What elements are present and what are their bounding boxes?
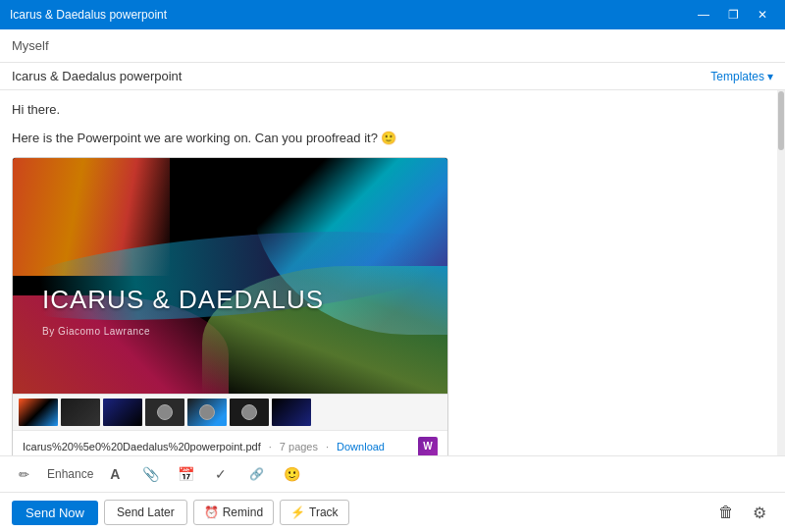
pencil-icon: ✏ bbox=[19, 467, 29, 482]
calendar-icon: 📅 bbox=[178, 466, 194, 482]
emoji-button[interactable]: 🙂 bbox=[278, 460, 305, 488]
thumbnail-strip bbox=[13, 394, 447, 430]
scrollbar[interactable] bbox=[777, 90, 785, 455]
trash-icon: 🗑 bbox=[718, 504, 734, 521]
title-bar-controls: — ❐ ✕ bbox=[691, 5, 775, 25]
thumbnail-6 bbox=[230, 399, 269, 426]
calendar-button[interactable]: 📅 bbox=[172, 460, 199, 488]
send-now-button[interactable]: Send Now bbox=[12, 501, 98, 525]
thumbnail-5 bbox=[187, 399, 227, 426]
compose-window: Myself Icarus & Daedalus powerpoint Temp… bbox=[0, 29, 785, 532]
attachment-card: ICARUS & DAEDALUS By Giacomo Lawrance bbox=[12, 157, 448, 455]
check-button[interactable]: ✓ bbox=[207, 460, 235, 488]
subject-text: Icarus & Daedalus powerpoint bbox=[12, 69, 182, 83]
subject-row: Icarus & Daedalus powerpoint Templates ▾ bbox=[0, 63, 785, 90]
smiley-icon: 🙂 bbox=[284, 466, 300, 482]
slide-subtitle: By Giacomo Lawrance bbox=[42, 326, 150, 337]
to-field-row: Myself bbox=[0, 29, 785, 63]
file-actions: W bbox=[418, 437, 438, 455]
track-label: Track bbox=[309, 505, 339, 519]
slide-title: ICARUS & DAEDALUS bbox=[42, 285, 418, 315]
enhance-label: Enhance bbox=[47, 467, 93, 481]
body-area[interactable]: Hi there. Here is the Powerpoint we are … bbox=[0, 90, 785, 455]
track-button[interactable]: ⚡ Track bbox=[280, 500, 349, 525]
thumbnail-7 bbox=[272, 399, 311, 426]
scrollbar-thumb[interactable] bbox=[778, 91, 784, 150]
file-name-text: Icarus%20%5e0%20Daedalus%20powerpoint.pd… bbox=[23, 441, 261, 452]
send-later-button[interactable]: Send Later bbox=[104, 500, 187, 525]
person-image-3 bbox=[241, 404, 257, 420]
person-image bbox=[157, 404, 173, 420]
lightning-icon: ⚡ bbox=[290, 505, 305, 519]
enhance-button[interactable]: ✏ bbox=[10, 460, 37, 488]
settings-button[interactable]: ⚙ bbox=[746, 499, 773, 526]
remind-label: Remind bbox=[223, 505, 263, 519]
brand-logo: W bbox=[418, 437, 438, 455]
window-title: Icarus & Daedalus powerpoint bbox=[10, 8, 167, 22]
to-field-value: Myself bbox=[12, 38, 49, 53]
file-name-area: Icarus%20%5e0%20Daedalus%20powerpoint.pd… bbox=[23, 441, 385, 452]
thumbnail-3 bbox=[103, 399, 142, 426]
minimize-button[interactable]: — bbox=[691, 5, 716, 25]
link-icon: 🔗 bbox=[249, 467, 264, 481]
delete-button[interactable]: 🗑 bbox=[712, 499, 740, 526]
templates-button[interactable]: Templates ▾ bbox=[710, 70, 773, 83]
compose-toolbar: ✏ Enhance A 📎 📅 ✓ 🔗 🙂 bbox=[0, 455, 785, 492]
download-link[interactable]: Download bbox=[337, 441, 385, 452]
page-count: 7 pages bbox=[280, 441, 318, 452]
file-info: Icarus%20%5e0%20Daedalus%20powerpoint.pd… bbox=[13, 430, 447, 455]
title-bar: Icarus & Daedalus powerpoint — ❐ ✕ bbox=[0, 0, 785, 29]
thumbnail-4 bbox=[145, 399, 184, 426]
remind-button[interactable]: ⏰ Remind bbox=[193, 500, 274, 525]
attach-button[interactable]: 📎 bbox=[136, 460, 164, 488]
maximize-button[interactable]: ❐ bbox=[720, 5, 746, 25]
person-image-2 bbox=[199, 404, 215, 420]
font-button[interactable]: A bbox=[101, 460, 129, 488]
slide-preview: ICARUS & DAEDALUS By Giacomo Lawrance bbox=[13, 158, 447, 394]
thumbnail-1 bbox=[19, 399, 58, 426]
paperclip-icon: 📎 bbox=[142, 466, 159, 482]
close-button[interactable]: ✕ bbox=[750, 5, 775, 25]
check-icon: ✓ bbox=[215, 466, 227, 482]
clock-icon: ⏰ bbox=[204, 505, 219, 519]
thumbnail-2 bbox=[61, 399, 100, 426]
font-icon: A bbox=[110, 466, 120, 482]
gear-icon: ⚙ bbox=[753, 504, 766, 522]
action-bar-right: 🗑 ⚙ bbox=[712, 499, 773, 526]
link-button[interactable]: 🔗 bbox=[242, 460, 270, 488]
message-text: Here is the Powerpoint we are working on… bbox=[12, 129, 773, 149]
greeting-text: Hi there. bbox=[12, 100, 773, 121]
action-bar: Send Now Send Later ⏰ Remind ⚡ Track 🗑 ⚙ bbox=[0, 492, 785, 532]
